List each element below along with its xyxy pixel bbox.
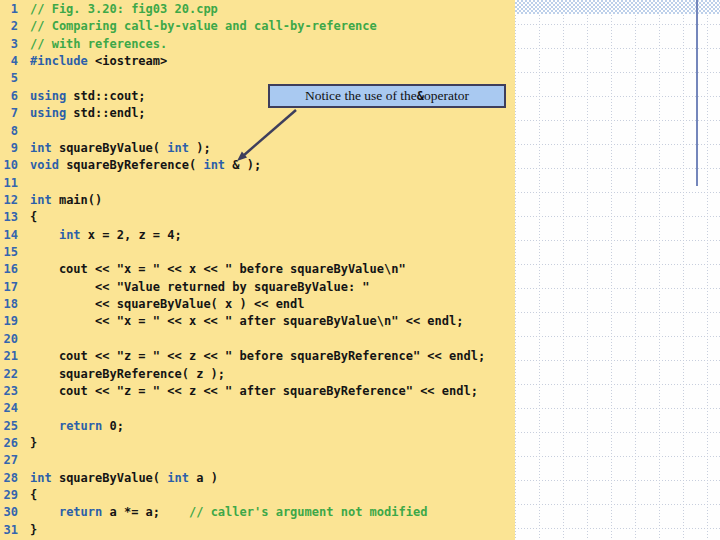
line-number: 23 — [0, 383, 18, 400]
code-line: 19 << "x = " << x << " after squareByVal… — [0, 313, 515, 330]
line-number: 11 — [0, 175, 18, 192]
code-line: 20 — [0, 331, 515, 348]
code-text: << "x = " << x << " after squareByValue\… — [30, 313, 463, 330]
code-text: } — [30, 435, 37, 452]
code-text: int squareByValue( int ); — [30, 140, 211, 157]
code-text: << squareByValue( x ) << endl — [30, 296, 305, 313]
code-line: 9int squareByValue( int ); — [0, 140, 515, 157]
line-number: 6 — [0, 88, 18, 105]
line-number: 12 — [0, 192, 18, 209]
line-number: 9 — [0, 140, 18, 157]
line-number: 21 — [0, 348, 18, 365]
code-text: // Fig. 3.20: fig03 20.cpp — [30, 1, 218, 18]
line-number: 28 — [0, 470, 18, 487]
code-text: { — [30, 209, 37, 226]
code-text: using std::endl; — [30, 105, 146, 122]
callout-text: operator — [424, 88, 469, 104]
line-number: 24 — [0, 400, 18, 417]
code-line: 2// Comparing call-by-value and call-by-… — [0, 18, 515, 35]
code-line: 16 cout << "x = " << x << " before squar… — [0, 261, 515, 278]
line-number: 30 — [0, 504, 18, 521]
code-line: 27 — [0, 452, 515, 469]
code-text: int x = 2, z = 4; — [30, 227, 182, 244]
line-number: 20 — [0, 331, 18, 348]
code-text: // Comparing call-by-value and call-by-r… — [30, 18, 377, 35]
line-number: 2 — [0, 18, 18, 35]
code-line: 4#include <iostream> — [0, 53, 515, 70]
line-number: 8 — [0, 123, 18, 140]
line-number: 18 — [0, 296, 18, 313]
vertical-rule — [696, 0, 698, 186]
code-text: int main() — [30, 192, 102, 209]
line-number: 31 — [0, 522, 18, 539]
code-text: // with references. — [30, 36, 167, 53]
code-line: 24 — [0, 400, 515, 417]
code-line: 17 << "Value returned by squareByValue: … — [0, 279, 515, 296]
line-number: 22 — [0, 366, 18, 383]
code-text: return 0; — [30, 418, 124, 435]
code-line: 26} — [0, 435, 515, 452]
code-text: #include <iostream> — [30, 53, 167, 70]
code-line: 23 cout << "z = " << z << " after square… — [0, 383, 515, 400]
code-text: cout << "z = " << z << " after squareByR… — [30, 383, 478, 400]
callout-box: Notice the use of the & operator — [268, 84, 506, 108]
code-line: 25 return 0; — [0, 418, 515, 435]
line-number: 4 — [0, 53, 18, 70]
line-number: 10 — [0, 157, 18, 174]
code-text: << "Value returned by squareByValue: " — [30, 279, 370, 296]
line-number: 14 — [0, 227, 18, 244]
line-number: 13 — [0, 209, 18, 226]
code-line: 10void squareByReference( int & ); — [0, 157, 515, 174]
code-line: 11 — [0, 175, 515, 192]
line-number: 26 — [0, 435, 18, 452]
line-number: 7 — [0, 105, 18, 122]
code-text: return a *= a; // caller's argument not … — [30, 504, 427, 521]
line-number: 17 — [0, 279, 18, 296]
checker-band — [515, 0, 720, 14]
code-line: 29{ — [0, 487, 515, 504]
code-line: 8 — [0, 123, 515, 140]
code-line: 3// with references. — [0, 36, 515, 53]
line-number: 16 — [0, 261, 18, 278]
code-line: 14 int x = 2, z = 4; — [0, 227, 515, 244]
code-text: int squareByValue( int a ) — [30, 470, 218, 487]
code-text: using std::cout; — [30, 88, 146, 105]
code-line: 15 — [0, 244, 515, 261]
code-line: 31} — [0, 522, 515, 539]
line-number: 1 — [0, 1, 18, 18]
code-line: 21 cout << "z = " << z << " before squar… — [0, 348, 515, 365]
code-text: cout << "x = " << x << " before squareBy… — [30, 261, 406, 278]
code-text: cout << "z = " << z << " before squareBy… — [30, 348, 485, 365]
code-text: { — [30, 487, 37, 504]
line-number: 29 — [0, 487, 18, 504]
code-text: squareByReference( z ); — [30, 366, 225, 383]
line-number: 27 — [0, 452, 18, 469]
code-line: 18 << squareByValue( x ) << endl — [0, 296, 515, 313]
callout-text: Notice the use of the — [305, 88, 417, 104]
code-line: 28int squareByValue( int a ) — [0, 470, 515, 487]
code-text: void squareByReference( int & ); — [30, 157, 261, 174]
slide-background-grid — [515, 0, 720, 540]
dotted-grid — [515, 0, 720, 540]
code-line: 30 return a *= a; // caller's argument n… — [0, 504, 515, 521]
code-line: 1// Fig. 3.20: fig03 20.cpp — [0, 1, 515, 18]
line-number: 5 — [0, 70, 18, 87]
line-number: 3 — [0, 36, 18, 53]
line-number: 25 — [0, 418, 18, 435]
code-line: 12int main() — [0, 192, 515, 209]
line-number: 19 — [0, 313, 18, 330]
ampersand-operator: & — [417, 89, 424, 103]
code-line: 13{ — [0, 209, 515, 226]
code-line: 22 squareByReference( z ); — [0, 366, 515, 383]
code-text: } — [30, 522, 37, 539]
slide: 1// Fig. 3.20: fig03 20.cpp2// Comparing… — [0, 0, 720, 540]
line-number: 15 — [0, 244, 18, 261]
code-listing: 1// Fig. 3.20: fig03 20.cpp2// Comparing… — [0, 0, 515, 540]
